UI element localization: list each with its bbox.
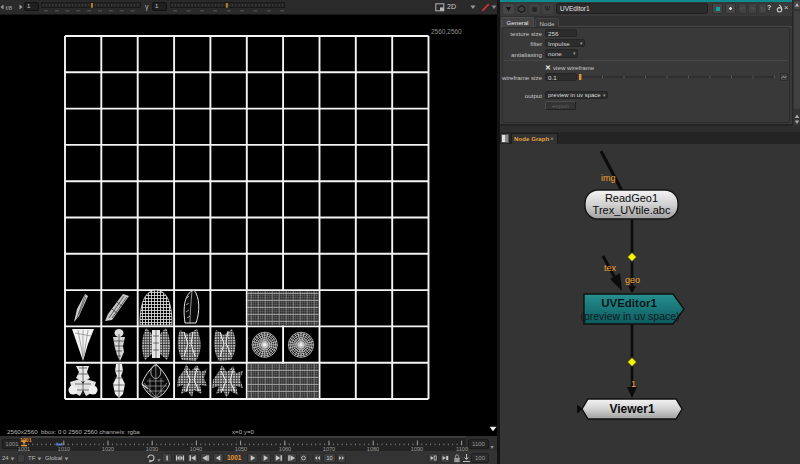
- svg-text:(preview in uv space): (preview in uv space): [580, 310, 679, 322]
- svg-text:2560,2560: 2560,2560: [431, 28, 462, 35]
- svg-text:ReadGeo1: ReadGeo1: [605, 192, 658, 204]
- svg-text:img: img: [601, 173, 616, 183]
- svg-text:Trex_UVtile.abc: Trex_UVtile.abc: [593, 204, 671, 216]
- svg-text:UVEditor1: UVEditor1: [601, 297, 657, 309]
- svg-text:1: 1: [631, 379, 636, 389]
- svg-text:geo: geo: [625, 275, 640, 285]
- svg-text:Viewer1: Viewer1: [609, 402, 654, 416]
- svg-text:tex: tex: [604, 263, 617, 273]
- svg-text:10: 10: [326, 455, 332, 461]
